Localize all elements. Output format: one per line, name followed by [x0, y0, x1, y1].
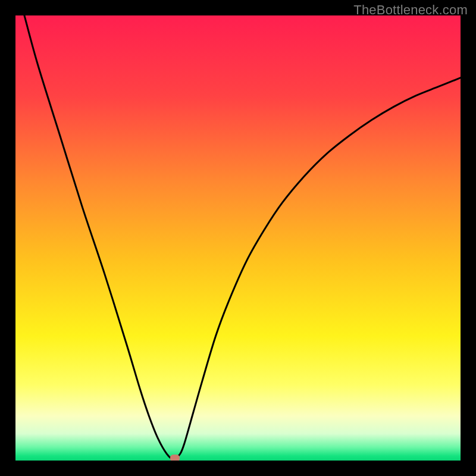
chart-frame: TheBottleneck.com: [0, 0, 476, 476]
bottleneck-curve: [15, 15, 461, 461]
plot-area: [15, 15, 461, 461]
watermark-text: TheBottleneck.com: [353, 2, 468, 18]
optimal-point-marker: [170, 455, 180, 461]
